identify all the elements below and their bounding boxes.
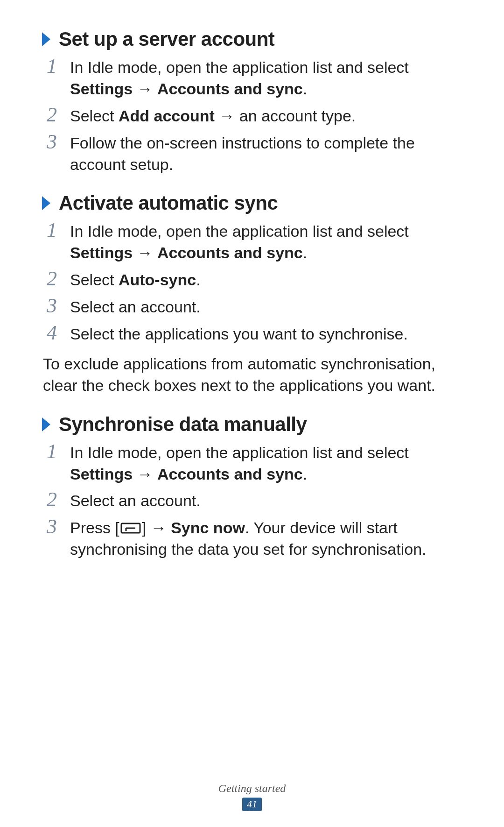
step-number: 1 [43,440,61,462]
step-text: Press [] → Sync now. Your device will st… [70,516,463,560]
step-item: 3Press [] → Sync now. Your device will s… [41,516,463,560]
section-heading: Synchronise data manually [41,413,463,436]
manual-page: Set up a server account1In Idle mode, op… [0,0,504,560]
step-number: 3 [43,295,61,316]
page-number-badge: 41 [242,798,262,811]
step-item: 1In Idle mode, open the application list… [41,55,463,100]
step-number: 2 [43,488,61,510]
step-text: Select the applications you want to sync… [70,322,463,345]
step-number: 1 [43,219,61,240]
step-text: Select Add account → an account type. [70,104,463,127]
section-title: Synchronise data manually [59,413,307,436]
step-number: 3 [43,131,61,152]
step-text: Follow the on-screen instructions to com… [70,131,463,176]
section-heading: Activate automatic sync [41,192,463,214]
step-item: 1In Idle mode, open the application list… [41,219,463,264]
step-number: 1 [43,55,61,77]
step-text: Select Auto-sync. [70,268,463,291]
step-item: 3Follow the on-screen instructions to co… [41,131,463,176]
footer-section-label: Getting started [0,782,504,795]
svg-marker-0 [42,32,50,46]
section-note: To exclude applications from automatic s… [41,353,463,396]
step-number: 2 [43,104,61,125]
section-heading: Set up a server account [41,28,463,50]
step-item: 4Select the applications you want to syn… [41,322,463,345]
step-item: 2Select Auto-sync. [41,268,463,291]
chevron-right-icon [41,31,52,47]
step-number: 2 [43,268,61,289]
step-item: 1In Idle mode, open the application list… [41,440,463,485]
step-item: 3Select an account. [41,295,463,318]
chevron-right-icon [41,195,52,211]
step-number: 4 [43,322,61,343]
step-text: Select an account. [70,488,463,512]
section-title: Activate automatic sync [59,192,278,214]
svg-marker-1 [42,196,50,210]
step-text: In Idle mode, open the application list … [70,440,463,485]
step-item: 2Select an account. [41,488,463,512]
menu-key-icon [120,522,141,535]
svg-marker-2 [42,417,50,431]
step-text: In Idle mode, open the application list … [70,55,463,100]
step-text: In Idle mode, open the application list … [70,219,463,264]
step-text: Select an account. [70,295,463,318]
step-number: 3 [43,516,61,537]
step-item: 2Select Add account → an account type. [41,104,463,127]
section-title: Set up a server account [59,28,274,50]
chevron-right-icon [41,417,52,432]
page-footer: Getting started 41 [0,782,504,811]
